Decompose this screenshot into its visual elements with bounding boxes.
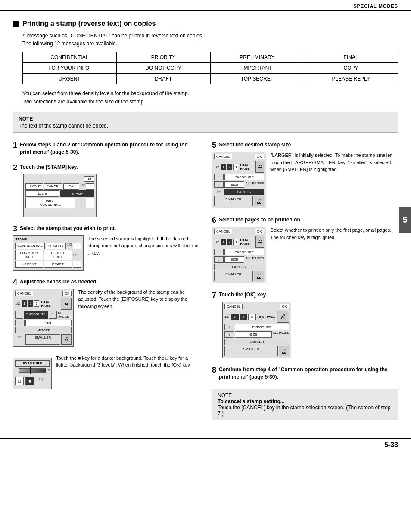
num3-cell: 3	[34, 300, 39, 307]
step-5-number: 5	[212, 141, 216, 149]
msg-priority: PRIORITY	[116, 52, 210, 63]
hand-4c: ☞	[36, 375, 48, 387]
larger-7: LARGER	[224, 339, 289, 345]
exposure-5: EXPOSURE	[224, 174, 264, 180]
step-3-header: 3 Select the stamp that you wish to prin…	[13, 225, 199, 233]
larger-5: LARGER	[224, 189, 264, 195]
num1-cell: 1	[22, 300, 27, 307]
copy-icon-6b: 🖨	[254, 271, 264, 281]
up-arrow-4: ↑	[15, 311, 23, 319]
step-8-header: 8 Continue from step 4 of "Common operat…	[212, 366, 398, 381]
larger-cell-4: LARGER	[15, 327, 72, 333]
size-6: SIZE	[224, 256, 244, 263]
all-pages-6: ALL PAGES	[245, 256, 264, 263]
note1-title: NOTE	[19, 116, 392, 122]
step-2-title: Touch the [STAMP] key.	[20, 164, 78, 171]
step-6-number: 6	[212, 216, 216, 224]
down-6: ↓	[214, 256, 224, 263]
ok-btn-4: OK	[62, 291, 72, 296]
step-3-body: STAMP CONFIDENTIAL PRIORITY 1/2 ↑ FOR YO…	[13, 235, 199, 271]
density-line2: Two selections are available for the siz…	[22, 98, 398, 106]
first-page-6: FIRST PAGE	[240, 238, 254, 246]
step-4-header: 4 Adjust the exposure as needed.	[13, 278, 199, 286]
hand-icon-4b: ☞	[15, 334, 25, 345]
step-5-title: Select the desired stamp size.	[219, 141, 293, 149]
down-arrow-3: ↓	[73, 261, 81, 268]
side-tab: 5	[399, 207, 411, 233]
size-5: SIZE	[224, 181, 244, 188]
step-3: 3 Select the stamp that you wish to prin…	[13, 225, 199, 271]
step-6-header: 6 Select the pages to be printed on.	[212, 216, 398, 224]
step-4-number: 4	[13, 278, 17, 286]
note2-title: NOTE	[218, 392, 392, 398]
n1-5: 1	[221, 164, 226, 170]
down-7: ↓	[224, 331, 234, 338]
priority-cell: PRIORITY	[46, 243, 66, 249]
exposure-indicator	[30, 367, 31, 374]
up-7: ↑	[224, 324, 234, 330]
step-1: 1 Follow steps 1 and 2 of "Common operat…	[13, 141, 199, 156]
smaller-cell-4: SMALLER	[25, 334, 60, 345]
exposure-scale-min: 1	[15, 368, 17, 372]
note2-text: Touch the [CANCEL] key in the stamp sele…	[218, 404, 392, 417]
step-3-desc: The selected stamp is highlighted. If th…	[88, 235, 199, 257]
steps-left: 1 Follow steps 1 and 2 of "Common operat…	[13, 141, 206, 420]
step-5-header: 5 Select the desired stamp size.	[212, 141, 398, 149]
up-arrow: ↑	[86, 183, 94, 190]
step-1-title: Follow steps 1 and 2 of "Common operatio…	[20, 141, 199, 156]
step-4-desc: The density of the background of the sta…	[78, 289, 199, 310]
msg-top-secret: TOP SECRET	[210, 74, 304, 84]
steps-right: 5 Select the desired stamp size. CANCEL …	[206, 141, 398, 420]
step-7: 7 Touch the [OK] key. CANCEL OK 1/2	[212, 291, 398, 358]
table-row: CONFIDENTIAL PRIORITY PRELIMINARY FINAL	[23, 52, 398, 63]
down-5: ↓	[214, 181, 224, 188]
cancel-btn-6: CANCEL	[214, 229, 232, 234]
step-7-title: Touch the [OK] key.	[219, 291, 267, 299]
step-2-header: 2 Touch the [STAMP] key.	[13, 164, 199, 171]
step-4b-ui: EXPOSURE 1 3 □ ■ ☞	[13, 358, 52, 389]
smaller-7: SMALLER	[224, 346, 278, 356]
all-pages-7: ALL PAGES	[273, 331, 289, 338]
ok-button-ui: OK	[84, 176, 94, 182]
header-title: SPECIAL MODES	[353, 3, 398, 9]
step-6: 6 Select the pages to be printed on. CAN…	[212, 216, 398, 283]
date-cell: DATE	[25, 190, 59, 197]
draft-cell: DRAFT	[44, 261, 72, 268]
up-6: ↑	[214, 249, 224, 255]
copy-icon-7: 🖨	[277, 311, 289, 323]
step-8-title: Continue from step 4 of "Common operatio…	[219, 366, 398, 381]
frac-6: 1/2	[214, 240, 219, 244]
step-6-body: CANCEL OK 1/2 1 2 3 FIRST PAGE	[212, 227, 398, 283]
exposure-title: EXPOSURE	[15, 360, 50, 367]
down-arrow: ↓	[86, 198, 94, 208]
copy-icon-4: 🖨	[61, 298, 72, 310]
exposure-label: EXPOSURE	[24, 311, 47, 319]
hand-cursor-icon: ☞	[76, 198, 85, 208]
n3-5: 3	[233, 164, 238, 170]
step-5-body: CANCEL OK 1/2 1 2 3 FIRST PAGE	[212, 152, 398, 208]
msg-for-your-info: FOR YOUR INFO.	[23, 63, 117, 74]
n1-7: 1	[231, 314, 239, 320]
step-3-title: Select the stamp that you wish to print.	[20, 225, 116, 232]
first-page-label: FIRST PAGE	[41, 300, 59, 308]
ok-btn-6: OK	[255, 229, 264, 234]
page-numbering-cell: PAGENUMBERING	[25, 198, 75, 208]
msg-confidential: CONFIDENTIAL	[23, 52, 117, 63]
step-4b-body: EXPOSURE 1 3 □ ■ ☞	[13, 355, 199, 389]
size-label-4: SIZE	[25, 320, 72, 326]
msg-copy: COPY	[304, 63, 398, 74]
frac-5: 1/2	[214, 165, 219, 169]
hand-4: ☞	[49, 311, 57, 319]
lighter-btn: □	[15, 377, 24, 385]
msg-urgent: URGENT	[23, 74, 117, 84]
page-header: SPECIAL MODES	[0, 0, 411, 11]
step-3-number: 3	[13, 225, 17, 233]
note-box-2: NOTE To cancel a stamp setting... Touch …	[212, 389, 398, 420]
cancel-btn-5: CANCEL	[214, 154, 232, 159]
section-title-row: Printing a stamp (reverse text) on copie…	[13, 20, 398, 28]
urgent-cell: URGENT	[15, 261, 43, 268]
cancel-btn-7: CANCEL	[224, 304, 243, 309]
cancel-cell: CANCEL	[44, 183, 62, 190]
msg-please-reply: PLEASE REPLY	[304, 74, 398, 84]
first-page-7: FIRST PAGE	[258, 315, 275, 318]
